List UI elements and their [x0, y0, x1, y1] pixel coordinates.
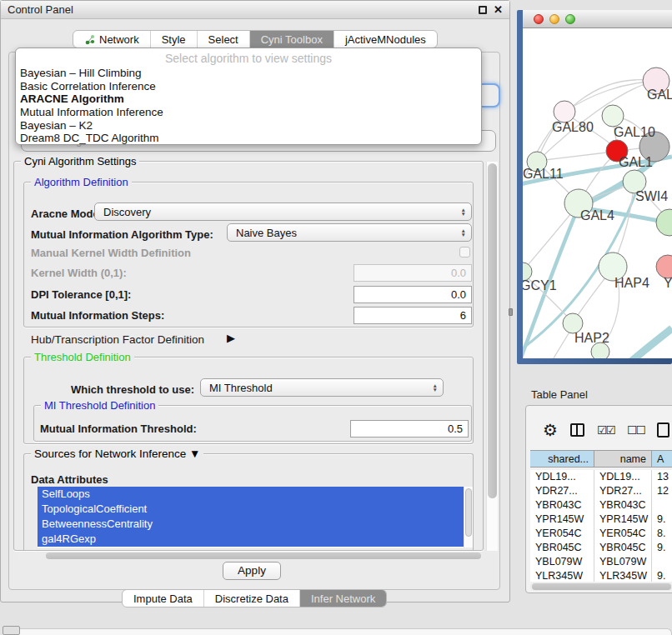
popup-item-bayesian-k2[interactable]: Bayesian – K2: [16, 119, 481, 132]
list-item[interactable]: SelfLoops: [38, 487, 464, 502]
popup-item-aracne[interactable]: ARACNE Algorithm: [16, 92, 481, 106]
table-panel: ⚙ ☑☑ ☐☐ shared... name A YDL19... YDL19.…: [525, 405, 672, 593]
control-panel-tabbar: Network Style Select Cyni Toolbox jActiv…: [73, 30, 438, 48]
select-all-checks-icon[interactable]: ☑☑: [597, 423, 614, 437]
bottom-panel-edge: [15, 628, 672, 635]
table-row[interactable]: YBR043C YBR043C: [530, 498, 672, 512]
node-label: GAL4: [580, 208, 614, 222]
node-label: GAL10: [614, 125, 655, 139]
popup-item-dream8[interactable]: Dream8 DC_TDC Algorithm: [16, 132, 481, 145]
kernel-width-label: Kernel Width (0,1):: [31, 267, 127, 279]
node-label: HAP4: [614, 276, 649, 290]
list-item[interactable]: gal4RGexp: [38, 532, 464, 547]
table-hscrollbar-track[interactable]: [530, 582, 672, 591]
node-label: GAL11: [523, 167, 564, 181]
network-node-labels: GAL GAL80 GAL10 GAL1 GAL11 SWI4 GAL4 GCY…: [523, 88, 672, 345]
columns-icon[interactable]: [570, 423, 584, 437]
node-label: GAL1: [619, 155, 653, 169]
dpi-tolerance-label: DPI Tolerance [0,1]:: [31, 288, 131, 301]
table-row[interactable]: YBL079W YBL079W: [530, 555, 672, 569]
tab-cyni-toolbox[interactable]: Cyni Toolbox: [250, 31, 334, 48]
mi-algorithm-type-combo[interactable]: Naive Bayes ▲▼: [227, 223, 472, 242]
attributes-scrollbar-track[interactable]: [464, 487, 473, 548]
float-window-icon[interactable]: [479, 6, 487, 14]
zoom-traffic-light-icon[interactable]: [565, 14, 575, 24]
new-table-icon[interactable]: [657, 422, 669, 438]
mi-threshold-label: Mutual Information Threshold:: [40, 422, 197, 435]
apply-button[interactable]: Apply: [223, 562, 281, 580]
gear-icon[interactable]: ⚙: [543, 422, 558, 438]
column-header-shared-name[interactable]: shared...: [530, 451, 594, 467]
node-label: SWI4: [635, 189, 668, 203]
collapsed-panel-button[interactable]: [3, 626, 20, 635]
close-traffic-light-icon[interactable]: [534, 14, 544, 24]
settings-scrollbar-thumb[interactable]: [488, 163, 497, 498]
manual-kernel-width-checkbox[interactable]: [459, 247, 470, 258]
manual-kernel-width-label: Manual Kernel Width Definition: [31, 247, 191, 259]
table-row[interactable]: YDR27... YDR27... 12: [530, 484, 672, 498]
column-header-name[interactable]: name: [594, 451, 652, 467]
node-label: GCY1: [523, 278, 557, 292]
settings-scrollbar-track[interactable]: [486, 162, 498, 551]
deselect-all-checks-icon[interactable]: ☐☐: [627, 423, 644, 437]
kernel-width-input[interactable]: 0.0: [354, 264, 472, 282]
which-threshold-label: Which threshold to use:: [71, 383, 194, 396]
threshold-definition-title: Threshold Definition: [31, 351, 134, 363]
aracne-mode-label: Aracne Mode:: [31, 208, 103, 220]
popup-item-bayesian-hill-climbing[interactable]: Bayesian – Hill Climbing: [16, 67, 481, 80]
mi-threshold-input[interactable]: 0.5: [350, 420, 469, 438]
hub-definition-expander-label[interactable]: Hub/Transcription Factor Definition: [31, 333, 204, 346]
which-threshold-combo[interactable]: MI Threshold ▲▼: [200, 378, 444, 397]
node-label: GAL: [647, 88, 672, 102]
table-header: shared... name A: [530, 450, 672, 468]
table-row[interactable]: YLR345W YLR345W 9.: [530, 569, 672, 582]
control-panel-titlebar[interactable]: Control Panel ✕: [1, 1, 509, 19]
bottom-tabbar: Impute Data Discretize Data Infer Networ…: [122, 589, 387, 608]
network-window-titlebar[interactable]: [523, 10, 672, 28]
data-attributes-label: Data Attributes: [31, 473, 108, 486]
algorithm-select-popup: Select algorithm to view settings Bayesi…: [15, 48, 482, 145]
list-item[interactable]: BetweennessCentrality: [38, 517, 464, 532]
tab-style[interactable]: Style: [151, 31, 198, 48]
tab-infer-network[interactable]: Infer Network: [300, 590, 386, 607]
mi-algorithm-type-label: Mutual Information Algorithm Type:: [31, 228, 213, 241]
tab-select[interactable]: Select: [198, 31, 250, 48]
table-row[interactable]: YER054C YER054C 8.: [530, 527, 672, 541]
table-hscrollbar-thumb[interactable]: [532, 583, 671, 590]
combo-arrows-icon: ▲▼: [433, 383, 443, 392]
close-icon[interactable]: ✕: [494, 6, 503, 14]
column-header-partial[interactable]: A: [652, 451, 672, 467]
dpi-tolerance-input[interactable]: 0.0: [354, 286, 472, 303]
table-row[interactable]: YPR145W YPR145W 9.: [530, 512, 672, 527]
node[interactable]: [602, 105, 624, 127]
node-label: GAL80: [552, 120, 594, 134]
node-label: HAP2: [574, 331, 609, 345]
attributes-scrollbar-thumb[interactable]: [465, 488, 472, 537]
tab-network[interactable]: Network: [73, 31, 151, 48]
table-toolbar: ⚙ ☑☑ ☐☐: [543, 421, 671, 439]
sources-group-title[interactable]: Sources for Network Inference ▼: [31, 448, 203, 460]
minimize-traffic-light-icon[interactable]: [549, 14, 559, 24]
mi-steps-label: Mutual Information Steps:: [31, 309, 164, 322]
popup-item-mutual-information[interactable]: Mutual Information Inference: [16, 106, 481, 119]
algorithm-combo-focus-fragment[interactable]: [482, 83, 500, 108]
combo-arrows-icon: ▲▼: [461, 208, 471, 216]
splitter-grip[interactable]: [509, 308, 513, 316]
popup-placeholder: Select algorithm to view settings: [16, 50, 481, 67]
node[interactable]: [656, 255, 672, 278]
settings-hscrollbar-track[interactable]: [17, 552, 484, 560]
tab-discretize-data[interactable]: Discretize Data: [204, 590, 300, 607]
expander-arrow-icon[interactable]: ▶: [227, 332, 235, 344]
node[interactable]: [656, 209, 672, 236]
network-graph: GAL GAL80 GAL10 GAL1 GAL11 SWI4 GAL4 GCY…: [523, 28, 672, 358]
table-row[interactable]: YDL19... YDL19... 13: [530, 470, 672, 484]
mi-steps-input[interactable]: 6: [354, 307, 472, 324]
table-body: YDL19... YDL19... 13 YDR27... YDR27... 1…: [530, 470, 672, 582]
settings-hscrollbar-thumb[interactable]: [46, 552, 481, 559]
list-item[interactable]: TopologicalCoefficient: [38, 502, 464, 517]
table-row[interactable]: YBR045C YBR045C 9.: [530, 541, 672, 555]
tab-impute-data[interactable]: Impute Data: [123, 590, 204, 607]
aracne-mode-combo[interactable]: Discovery ▲▼: [94, 202, 472, 221]
tab-jactivemnodules[interactable]: jActiveMNodules: [334, 31, 437, 48]
popup-item-basic-correlation[interactable]: Basic Correlation Inference: [16, 80, 481, 93]
